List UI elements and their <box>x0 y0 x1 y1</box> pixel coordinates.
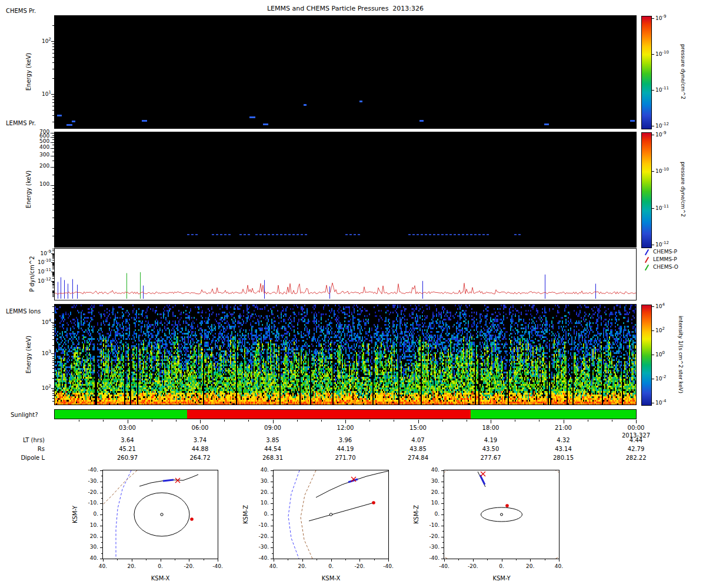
ephemeris-value: 44.54 <box>255 446 291 453</box>
pressure-colorbar-1-tick <box>652 54 654 55</box>
lemms-ions-minor-tick <box>52 339 55 340</box>
lemms-ions-minor-tick <box>52 398 55 399</box>
pressure-lines-minor-tick <box>52 282 55 283</box>
pressure-lines-minor-tick <box>52 257 55 258</box>
ephemeris-value: 43.50 <box>473 446 508 453</box>
sunlight-segment <box>55 410 187 419</box>
orbit_ksmx_ksmz-xtick-label: 0. <box>319 563 343 569</box>
pressure-colorbar-1-tick-label: 10-11 <box>655 86 669 93</box>
pressure-colorbar-2-tick <box>652 245 654 245</box>
pressure-colorbar-1-tick <box>652 90 654 91</box>
lemms-pressure-ytick <box>51 148 55 149</box>
intensity-colorbar-tick <box>652 379 654 379</box>
ylabel-chems-pressure: Energy (keV) <box>25 53 32 91</box>
time-tick <box>176 420 176 422</box>
lemms-ions-ytick <box>51 388 55 389</box>
orbit_ksmx_ksmy-xtick-label: 40. <box>91 563 115 569</box>
pressure-lines-ytick-label: 10-11 <box>26 268 51 275</box>
lemms-ions-minor-tick <box>52 329 55 330</box>
chems-pressure-minor-tick <box>52 25 55 26</box>
pressure-lines-minor-tick <box>52 258 55 259</box>
intensity-colorbar-tick-label: 10-4 <box>655 399 666 406</box>
time-tick <box>224 420 225 422</box>
pressure-lines-minor-tick <box>52 256 55 257</box>
pressure-colorbar-2-tick-label: 10-12 <box>655 240 669 248</box>
legend-label-chems-o: CHEMS-O <box>653 264 678 270</box>
red-dot-marker <box>505 504 509 507</box>
lemms-pressure-ytick <box>51 133 55 133</box>
pressure-colorbar-1-tick-label: 10-10 <box>655 50 669 57</box>
lemms-ions-minor-tick <box>52 362 55 363</box>
lemms-ions-minor-tick <box>52 378 55 379</box>
lemms-pressure-ytick-label: 200. <box>26 163 51 169</box>
lemms-pressure-minor-tick <box>52 210 55 211</box>
orbit_ksmy_ksmz-xtick <box>502 559 502 562</box>
orbit_ksmy_ksmz-xtick-label: -20. <box>461 563 485 569</box>
dashed-brown-curve <box>103 470 137 505</box>
lemms-ions-minor-tick <box>52 365 55 366</box>
lemms-pressure-minor-tick <box>52 175 55 175</box>
time-tick <box>200 420 201 423</box>
pressure-lines-minor-tick <box>52 292 55 292</box>
trajectory-highlight <box>163 480 174 481</box>
chems-pressure-minor-tick <box>52 53 55 54</box>
intensity-colorbar-tick <box>652 355 654 355</box>
orbit_ksmx_ksmy-ytick-label: -20. <box>79 489 98 495</box>
pressure-lines-minor-tick <box>52 264 55 265</box>
orbit_ksmy_ksmz-plot <box>444 470 559 559</box>
lemms-pressure-minor-tick <box>52 188 55 189</box>
orbit_ksmy_ksmz-ytick-label: 40. <box>421 467 439 473</box>
time-tick <box>297 420 298 422</box>
trajectory-highlight <box>480 475 485 485</box>
ephemeris-value: 277.67 <box>473 455 508 462</box>
lemms-pressure-ytick <box>51 185 55 186</box>
chems-pressure-ytick <box>51 41 55 42</box>
orbit_ksmx_ksmy-xlabel: KSM-X <box>137 575 184 582</box>
orbit_ksmx_ksmy-xtick-minor <box>146 559 146 560</box>
pressure-lines-minor-tick <box>52 266 55 267</box>
lemms-pressure-minor-tick <box>52 218 55 218</box>
pressure-lines-minor-tick <box>52 254 55 255</box>
pressure-lines-minor-tick <box>52 275 55 275</box>
orbit_ksmx_ksmy-ytick-label: 10. <box>79 522 98 528</box>
time-tick <box>152 420 152 422</box>
orbit_ksmy_ksmz-ytick-label: 0. <box>421 511 439 517</box>
lemms-ions-minor-tick <box>52 360 55 361</box>
time-tick <box>394 420 394 422</box>
orbit_ksmy_ksmz-xtick-label: -40. <box>432 563 456 569</box>
orbit_ksmx_ksmy-ytick-label: 0. <box>79 511 98 517</box>
time-tick <box>588 420 588 422</box>
orbit_ksmx_ksmy-xtick-label: -40. <box>206 563 229 569</box>
lemms-ions-ytick <box>51 353 55 354</box>
orbit_ksmx_ksmy-xtick-minor <box>204 559 204 560</box>
pressure-colorbar-1 <box>641 16 652 129</box>
planet-marker <box>501 513 503 516</box>
orbit_ksmx_ksmy-xtick <box>161 559 161 562</box>
lemms-pressure-ytick-label: 500. <box>26 138 51 144</box>
pressure-colorbar-2 <box>641 132 652 248</box>
lemms-pressure-minor-tick <box>52 195 55 195</box>
time-tick <box>491 420 491 423</box>
ylabel-lemms-pressure: Energy (keV) <box>25 171 32 208</box>
pressure-lines-minor-tick <box>52 282 55 282</box>
chems-pressure-minor-tick <box>52 99 55 100</box>
orbit_ksmx_ksmy-ytick-label: 30. <box>79 544 98 550</box>
legend-marker-chems-o <box>645 265 649 271</box>
intensity-colorbar-tick-label: 102 <box>655 326 665 333</box>
chems-pressure-ytick-label: 101 <box>26 90 51 97</box>
intensity-colorbar <box>641 305 652 406</box>
lemms-ions-spectrogram <box>54 304 637 405</box>
time-tick <box>467 420 467 422</box>
pressure-lines-minor-tick <box>52 296 55 297</box>
orbit_ksmy_ksmz-ytick-label: 30. <box>421 478 439 484</box>
time-tick-label: 18:00 <box>476 425 505 432</box>
ephemeris-value: 4.44 <box>618 437 654 444</box>
pressure-lines-ytick-label: 10-10 <box>26 258 51 265</box>
ephemeris-value: 260.97 <box>110 455 145 462</box>
orbit_ksmx_ksmy-plot <box>103 470 218 559</box>
orbit_ksmx_ksmz-xtick <box>274 559 274 562</box>
planet-marker <box>161 513 163 516</box>
ephemeris-value: 268.31 <box>255 455 291 462</box>
pressure-colorbar-2-tick <box>652 171 654 172</box>
pressure-lines-minor-tick <box>52 288 55 288</box>
